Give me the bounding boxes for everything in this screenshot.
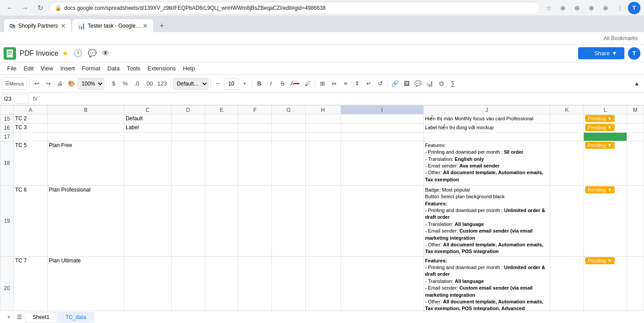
cell-c15[interactable]: Default (124, 114, 171, 123)
cell-b15[interactable] (47, 114, 124, 123)
extension3-button[interactable]: ⊕ (585, 2, 598, 14)
col-header-f[interactable]: F (238, 106, 272, 114)
cell-c18[interactable] (124, 141, 171, 185)
col-header-b[interactable]: B (47, 106, 124, 114)
cell-k19[interactable] (550, 185, 583, 256)
col-header-g[interactable]: G (272, 106, 305, 114)
col-header-a[interactable]: A (14, 106, 48, 114)
cell-l18[interactable]: Pending ▼ (584, 141, 627, 185)
cell-e18[interactable] (205, 141, 238, 185)
view-icon[interactable]: 👁 (100, 47, 111, 60)
increase-font-button[interactable]: + (239, 78, 250, 90)
font-size-input[interactable] (224, 78, 238, 90)
collapse-button[interactable]: ▲ (632, 78, 642, 90)
cell-k18[interactable] (550, 141, 583, 185)
cell-j17[interactable] (423, 132, 550, 141)
comment-toolbar-button[interactable]: 💬 (413, 78, 423, 90)
extension2-button[interactable]: ⊕ (571, 2, 583, 14)
percent-button[interactable]: % (120, 78, 131, 90)
star-icon[interactable]: ★ (62, 49, 68, 57)
cell-m20[interactable] (627, 256, 644, 311)
cell-c20[interactable] (124, 256, 171, 311)
cell-m19[interactable] (627, 185, 644, 256)
cell-l15[interactable]: Pending ▼ (584, 114, 627, 123)
cell-j15[interactable]: Hiển thị màn Monthly focus vào card Prof… (423, 114, 550, 123)
cell-a20[interactable]: TC 7 (14, 256, 48, 311)
menu-format[interactable]: Format (78, 63, 104, 74)
print-button[interactable]: 🖨 (54, 78, 65, 90)
cell-f20[interactable] (238, 256, 272, 311)
increase-decimal-button[interactable]: .00 (143, 78, 155, 90)
cell-h18[interactable] (305, 141, 340, 185)
row-18-header[interactable]: 18 (0, 141, 14, 185)
refresh-button[interactable]: ↻ (34, 2, 46, 14)
cell-e19[interactable] (205, 185, 238, 256)
back-button[interactable]: ← (4, 2, 16, 14)
cell-g18[interactable] (272, 141, 305, 185)
menu-tools[interactable]: Tools (123, 63, 144, 74)
history-icon[interactable]: 🕐 (72, 47, 84, 60)
menu-help[interactable]: Help (179, 63, 198, 74)
cell-a18[interactable]: TC 5 (14, 141, 48, 185)
col-header-l[interactable]: L (584, 106, 627, 114)
col-header-e[interactable]: E (205, 106, 238, 114)
tab-close-icon[interactable]: ✕ (61, 22, 66, 29)
cell-k15[interactable] (550, 114, 583, 123)
cell-i16[interactable] (340, 123, 423, 132)
cell-d18[interactable] (171, 141, 205, 185)
cell-a17[interactable] (14, 132, 48, 141)
undo-button[interactable]: ↩ (31, 78, 42, 90)
paint-format-button[interactable]: 🎨 (66, 78, 77, 90)
zoom-select[interactable]: 100% (78, 78, 104, 90)
cell-i18[interactable] (340, 141, 423, 185)
merge-button[interactable]: ⇔ (328, 78, 339, 90)
formula-input[interactable] (42, 94, 642, 104)
filter-button[interactable]: ⏣ (436, 78, 447, 90)
cell-i17[interactable] (340, 132, 423, 141)
image-button[interactable]: 🖼 (401, 78, 412, 90)
cell-f18[interactable] (238, 141, 272, 185)
all-bookmarks[interactable]: All Bookmarks (601, 34, 640, 42)
cell-k20[interactable] (550, 256, 583, 311)
cell-h19[interactable] (305, 185, 340, 256)
cell-b18[interactable]: Plan Free (47, 141, 124, 185)
italic-button[interactable]: I (266, 78, 276, 90)
cell-l17[interactable] (584, 132, 627, 141)
cell-g15[interactable] (272, 114, 305, 123)
url-bar[interactable]: 🔒 docs.google.com/spreadsheets/d/139XV_z… (49, 2, 540, 14)
cell-i20[interactable] (340, 256, 423, 311)
sheet-tab-1[interactable]: Sheet1 (25, 312, 57, 323)
cell-m18[interactable] (627, 141, 644, 185)
bold-button[interactable]: B (254, 78, 265, 90)
cell-a16[interactable]: TC 3 (14, 123, 48, 132)
cell-e17[interactable] (205, 132, 238, 141)
menu-data[interactable]: Data (104, 63, 123, 74)
cell-l19[interactable]: Pending ▼ (584, 185, 627, 256)
cell-m17[interactable] (627, 132, 644, 141)
add-sheet-button[interactable]: + (4, 311, 14, 323)
forward-button[interactable]: → (19, 2, 31, 14)
cell-e20[interactable] (205, 256, 238, 311)
cell-f16[interactable] (238, 123, 272, 132)
text-color-button[interactable]: A (289, 78, 302, 90)
cell-f17[interactable] (238, 132, 272, 141)
share-button[interactable]: 👤 Share ▼ (578, 47, 624, 59)
col-header-h[interactable]: H (305, 106, 340, 114)
row-20-header[interactable]: 20 (0, 256, 14, 311)
cell-e16[interactable] (205, 123, 238, 132)
cell-g16[interactable] (272, 123, 305, 132)
cell-m15[interactable] (627, 114, 644, 123)
cell-b17[interactable] (47, 132, 124, 141)
decrease-decimal-button[interactable]: .0 (131, 78, 142, 90)
link-button[interactable]: 🔗 (390, 78, 400, 90)
rotate-button[interactable]: ↺ (375, 78, 386, 90)
cell-d17[interactable] (171, 132, 205, 141)
bookmark-star-button[interactable]: ☆ (542, 2, 555, 14)
cell-b20[interactable]: Plan Ultimate (47, 256, 124, 311)
wrap-button[interactable]: ↵ (363, 78, 374, 90)
tab-close-sheets-icon[interactable]: ✕ (143, 22, 148, 29)
strikethrough-button[interactable]: S (277, 78, 288, 90)
row-19-header[interactable]: 19 (0, 185, 14, 256)
cell-d20[interactable] (171, 256, 205, 311)
font-select[interactable]: Default... (173, 78, 209, 90)
